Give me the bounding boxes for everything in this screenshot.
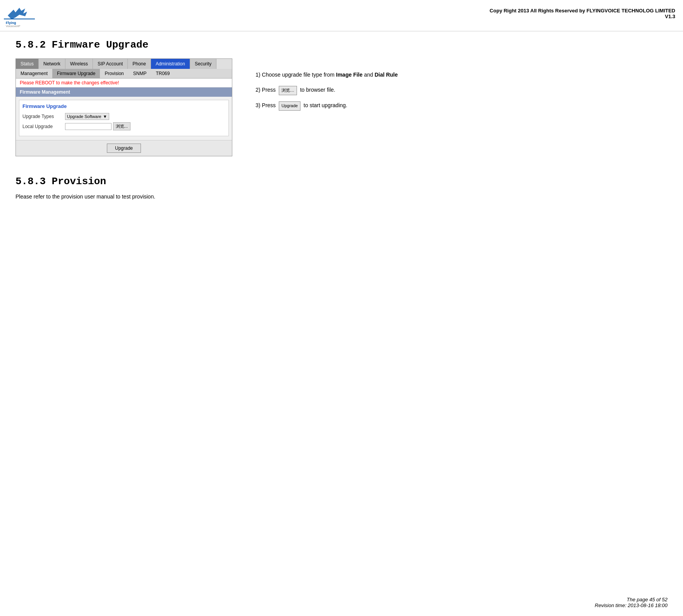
subnav-tr069[interactable]: TR069 [151,69,174,78]
nav-wireless[interactable]: Wireless [65,59,93,69]
nav-administration[interactable]: Administration [151,59,190,69]
nav-sip-account[interactable]: SIP Account [93,59,128,69]
upgrade-types-row: Upgrade Types Upgrade Software ▼ [22,113,225,120]
step2-post: to browser file. [300,87,335,93]
firmware-box: Firmware Upgrade Upgrade Types Upgrade S… [19,100,229,136]
local-upgrade-label: Local Upgrade [22,124,65,129]
step3-pre: 3) Press [256,102,277,108]
step2-text: 2) Press 浏览… to browser file. [256,85,668,95]
ui-mockup: Status Network Wireless SIP Account Phon… [15,58,232,156]
subnav-snmp[interactable]: SNMP [129,69,151,78]
nav-bar: Status Network Wireless SIP Account Phon… [16,59,232,69]
subnav-management[interactable]: Management [16,69,52,78]
upgrade-types-label: Upgrade Types [22,114,65,119]
step1-pre: 1) Choose upgrade file type from [256,72,336,78]
section-583-title: 5.8.3 Provision [15,176,668,187]
step1-image-file: Image File [336,72,362,78]
upgrade-types-value: Upgrade Software [67,114,101,119]
local-upgrade-row: Local Upgrade 浏览... [22,122,225,130]
dropdown-arrow-icon: ▼ [103,114,107,119]
step1-dial-rule: Dial Rule [374,72,398,78]
svg-text:Flying: Flying [6,21,16,25]
svg-rect-1 [4,19,35,19]
screenshot-area: Status Network Wireless SIP Account Phon… [15,58,668,156]
copyright-block: Copy Right 2013 All Rights Reserved by F… [490,4,675,19]
step3-post: to start upgrading. [304,102,347,108]
nav-status[interactable]: Status [16,59,39,69]
upgrade-types-select[interactable]: Upgrade Software ▼ [65,113,109,120]
provision-text: Please refer to the provision user manua… [15,193,668,200]
subnav-provision[interactable]: Provision [100,69,128,78]
section-582-title: 5.8.2 Firmware Upgrade [15,39,668,51]
warning-bar: Please REBOOT to make the changes effect… [16,79,232,87]
company-logo: Flying VoiceoverIP [4,4,35,27]
nav-network[interactable]: Network [39,59,65,69]
local-upgrade-input[interactable] [65,123,112,130]
page-footer: The page 45 of 52 Revision time: 2013-08… [595,597,668,608]
svg-text:VoiceoverIP: VoiceoverIP [6,25,21,27]
svg-marker-0 [8,8,27,19]
step1-and: and [364,72,374,78]
firmware-management-header: Firmware Management [16,87,232,97]
copyright-text: Copy Right 2013 All Rights Reserved by F… [490,8,675,14]
nav-security[interactable]: Security [190,59,216,69]
upgrade-inline-button: Upgrade [279,101,300,111]
sub-nav: Management Firmware Upgrade Provision SN… [16,69,232,79]
firmware-upgrade-title: Firmware Upgrade [22,103,225,109]
nav-phone[interactable]: Phone [128,59,151,69]
page-number: The page 45 of 52 [595,597,668,602]
browse-inline-button: 浏览… [279,86,297,95]
version-text: V1.3 [490,14,675,19]
instructions-block: 1) Choose upgrade file type from Image F… [256,58,668,116]
step3-text: 3) Press Upgrade to start upgrading. [256,101,668,111]
revision-time: Revision time: 2013-08-16 18:00 [595,602,668,608]
browse-button[interactable]: 浏览... [113,122,130,130]
upgrade-button[interactable]: Upgrade [107,144,141,153]
step2-pre: 2) Press [256,87,277,93]
step1-text: 1) Choose upgrade file type from Image F… [256,70,668,80]
subnav-firmware-upgrade[interactable]: Firmware Upgrade [52,69,100,78]
main-content: 5.8.2 Firmware Upgrade Status Network Wi… [0,31,683,211]
page-header: Flying VoiceoverIP Copy Right 2013 All R… [0,0,683,31]
upgrade-button-row: Upgrade [16,140,232,156]
